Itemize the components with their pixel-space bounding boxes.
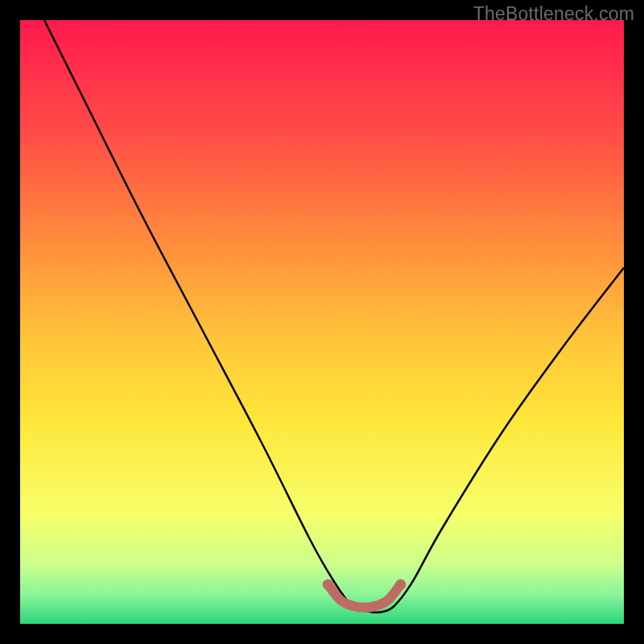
- chart-background: [20, 20, 624, 624]
- bottleneck-chart: [20, 20, 624, 624]
- highlight-dot-right: [395, 580, 406, 591]
- highlight-dot-left: [323, 580, 333, 591]
- chart-frame: TheBottleneck.com: [0, 0, 644, 644]
- watermark-text: TheBottleneck.com: [473, 3, 634, 25]
